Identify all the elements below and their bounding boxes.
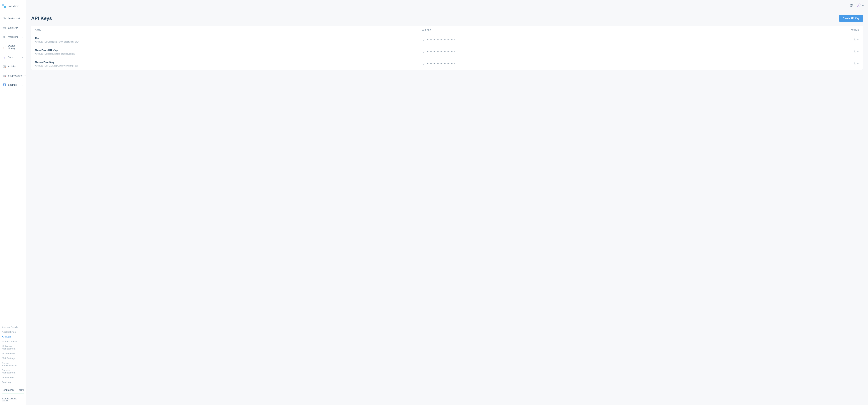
chevron-down-icon bbox=[25, 75, 26, 76]
sidebar-item-label: Suppressions bbox=[8, 74, 23, 77]
key-icon bbox=[422, 63, 425, 65]
subnav-alert-settings[interactable]: Alert Settings bbox=[0, 330, 26, 334]
chevron-down-icon bbox=[857, 51, 859, 53]
th-name: NAME bbox=[35, 29, 422, 31]
svg-rect-21 bbox=[850, 4, 851, 5]
sidebar-item-label: Marketing bbox=[8, 36, 20, 38]
sidebar-item-design-library[interactable]: Design Library bbox=[0, 41, 26, 53]
chevron-down-icon bbox=[22, 57, 23, 58]
sidebar-user-name: Rob Martin bbox=[8, 5, 19, 8]
sidebar-item-activity[interactable]: Activity bbox=[0, 62, 26, 71]
chevron-down-icon bbox=[857, 39, 859, 41]
sidebar-item-email-api[interactable]: Email API bbox=[0, 23, 26, 32]
svg-point-29 bbox=[854, 52, 855, 52]
page-title: API Keys bbox=[31, 15, 52, 21]
subnav-ip-addresses[interactable]: IP Addresses bbox=[0, 351, 26, 356]
key-value-cell: •••••••••••••••••••• bbox=[422, 50, 785, 53]
reputation-bar bbox=[2, 393, 24, 394]
svg-point-28 bbox=[423, 52, 424, 53]
stats-icon bbox=[2, 56, 6, 59]
sidebar: Rob Martin Dashboard Email API bbox=[0, 0, 26, 405]
row-action-menu[interactable] bbox=[785, 62, 859, 65]
settings-subnav: Account Details Alert Settings API Keys … bbox=[0, 324, 26, 386]
svg-point-27 bbox=[854, 39, 855, 40]
gear-icon bbox=[853, 62, 856, 65]
sidebar-item-stats[interactable]: Stats bbox=[0, 53, 26, 62]
api-key-name: Nemo Dev Key bbox=[35, 61, 422, 64]
table-row: New Dev API KeyAPI Key ID: nYDb1khzR_er6… bbox=[31, 46, 863, 58]
key-icon bbox=[422, 51, 425, 53]
create-api-key-button[interactable]: Create API Key bbox=[839, 15, 863, 22]
reputation-widget: Reputation 100% bbox=[0, 386, 26, 396]
reputation-percent: 100% bbox=[19, 389, 24, 391]
sidebar-item-label: Email API bbox=[8, 26, 20, 29]
api-keys-table: NAME API KEY ACTION RobAPI Key ID: U6rlq… bbox=[31, 26, 863, 70]
reputation-label: Reputation bbox=[2, 388, 13, 392]
row-action-menu[interactable] bbox=[785, 50, 859, 53]
subnav-account-details[interactable]: Account Details bbox=[0, 325, 26, 330]
masked-key: •••••••••••••••••••• bbox=[427, 38, 455, 41]
logo-icon bbox=[2, 4, 6, 8]
chevron-down-icon bbox=[22, 36, 23, 38]
api-key-id: API Key ID: HZEXuapCQ7irVHvfMmpFdw bbox=[35, 64, 422, 67]
api-key-id: API Key ID: nYDb1khzR_er6dxbvsgjsw bbox=[35, 53, 422, 55]
svg-point-26 bbox=[423, 40, 424, 41]
sidebar-item-label: Design Library bbox=[8, 44, 23, 50]
sidebar-item-dashboard[interactable]: Dashboard bbox=[0, 14, 26, 23]
user-menu[interactable] bbox=[856, 3, 864, 8]
chevron-down-icon bbox=[857, 63, 859, 65]
th-action: ACTION bbox=[785, 29, 859, 31]
svg-rect-20 bbox=[5, 85, 5, 85]
svg-point-7 bbox=[4, 56, 4, 57]
subnav-ip-access-management[interactable]: IP Access Management bbox=[0, 344, 26, 351]
sidebar-item-label: Activity bbox=[8, 65, 23, 68]
svg-point-30 bbox=[423, 64, 424, 65]
sidebar-item-marketing[interactable]: Marketing bbox=[0, 32, 26, 41]
svg-rect-0 bbox=[3, 27, 6, 29]
sidebar-nav: Dashboard Email API Marketing bbox=[0, 12, 26, 324]
masked-key: •••••••••••••••••••• bbox=[427, 50, 455, 53]
sidebar-item-label: Stats bbox=[8, 56, 20, 59]
svg-rect-22 bbox=[852, 4, 853, 5]
masked-key: •••••••••••••••••••• bbox=[427, 62, 455, 65]
th-api-key: API KEY bbox=[422, 29, 785, 31]
sidebar-item-label: Settings bbox=[8, 84, 20, 86]
svg-point-31 bbox=[854, 63, 855, 64]
key-name-block: Nemo Dev KeyAPI Key ID: HZEXuapCQ7irVHvf… bbox=[35, 61, 422, 67]
sliders-icon bbox=[2, 83, 6, 87]
key-value-cell: •••••••••••••••••••• bbox=[422, 38, 785, 41]
gear-icon bbox=[853, 38, 856, 41]
apps-grid-icon[interactable] bbox=[850, 4, 854, 7]
main-content: API Keys Create API Key NAME API KEY ACT… bbox=[26, 0, 868, 405]
api-key-name: New Dev API Key bbox=[35, 49, 422, 52]
subnav-inbound-parse[interactable]: Inbound Parse bbox=[0, 339, 26, 344]
api-key-name: Rob bbox=[35, 37, 422, 40]
subnav-teammates[interactable]: Teammates bbox=[0, 375, 26, 380]
sidebar-item-suppressions[interactable]: Suppressions bbox=[0, 71, 26, 80]
svg-point-25 bbox=[858, 5, 859, 6]
svg-point-8 bbox=[4, 57, 5, 58]
design-icon bbox=[2, 45, 6, 49]
topbar bbox=[26, 0, 868, 11]
view-account-usage-link[interactable]: VIEW ACCOUNT USAGE bbox=[0, 396, 26, 405]
gauge-icon bbox=[2, 17, 6, 20]
table-row: RobAPI Key ID: U6rlqSKSTUW_uNqtVdmPwQ•••… bbox=[31, 34, 863, 46]
sidebar-item-settings[interactable]: Settings bbox=[0, 80, 26, 90]
chevron-down-icon bbox=[22, 27, 23, 29]
page-header: API Keys Create API Key bbox=[31, 15, 863, 22]
gear-icon bbox=[853, 50, 856, 53]
key-value-cell: •••••••••••••••••••• bbox=[422, 62, 785, 65]
key-icon bbox=[422, 38, 425, 41]
svg-point-6 bbox=[3, 57, 3, 57]
card-icon bbox=[2, 26, 6, 30]
svg-rect-9 bbox=[3, 66, 6, 67]
subnav-subuser-management[interactable]: Subuser Management bbox=[0, 368, 26, 375]
subnav-sender-authentication[interactable]: Sender Authentication bbox=[0, 361, 26, 368]
api-key-id: API Key ID: U6rlqSKSTUW_uNqtVdmPwQ bbox=[35, 40, 422, 43]
row-action-menu[interactable] bbox=[785, 38, 859, 41]
subnav-mail-settings[interactable]: Mail Settings bbox=[0, 356, 26, 361]
subnav-tracking[interactable]: Tracking bbox=[0, 380, 26, 385]
megaphone-icon bbox=[2, 35, 6, 39]
subnav-api-keys[interactable]: API Keys bbox=[0, 334, 26, 339]
sidebar-user[interactable]: Rob Martin bbox=[0, 4, 26, 12]
